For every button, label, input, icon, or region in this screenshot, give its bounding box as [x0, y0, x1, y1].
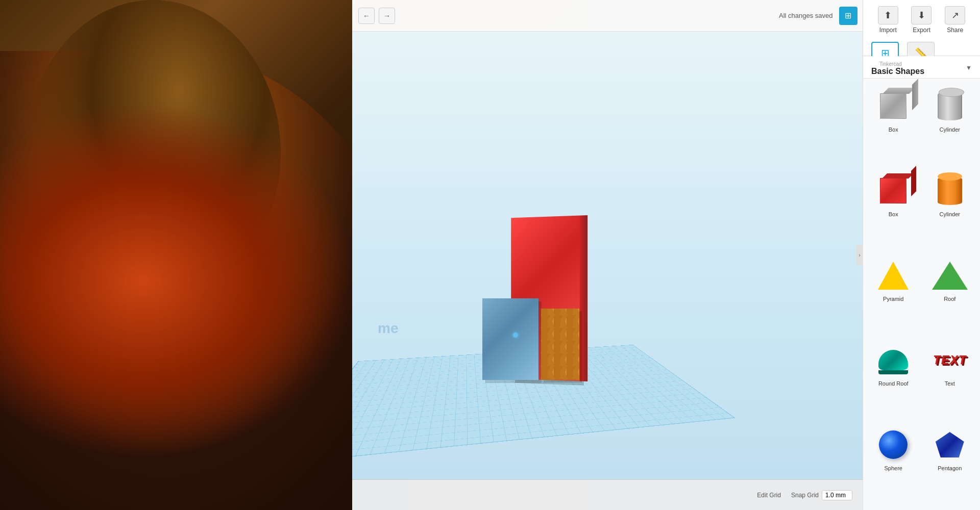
shape-text[interactable]: TEXT Text	[924, 339, 976, 419]
shape-preview-round-roof	[875, 342, 912, 378]
shape-preview-box-red	[875, 172, 912, 209]
shape-pyramid[interactable]: Pyramid	[867, 254, 920, 335]
import-label: Import	[879, 27, 897, 34]
3d-viewport[interactable]: me	[352, 32, 863, 479]
shape-label-round-roof: Round Roof	[878, 380, 909, 387]
shape-pentagon[interactable]: Pentagon	[924, 423, 976, 504]
edit-grid-label[interactable]: Edit Grid	[757, 492, 781, 499]
shape-label-roof: Roof	[944, 296, 955, 302]
panel-actions: ⬆ Import ⬇ Export ↗ Share	[863, 0, 980, 38]
cylinder-gray-visual	[938, 92, 962, 120]
shape-label-box-red: Box	[889, 211, 898, 217]
shape-label-pentagon: Pentagon	[938, 465, 962, 471]
viewport-watermark: me	[378, 320, 398, 337]
cylinder-orange-visual	[938, 176, 962, 205]
collapse-arrow-icon: ›	[859, 252, 860, 258]
export-label: Export	[913, 27, 930, 34]
top-bar-left: ← →	[358, 8, 395, 24]
shape-cylinder-orange[interactable]: Cylinder	[924, 169, 976, 250]
snap-grid-label: Snap Grid	[791, 492, 819, 499]
shape-box-red[interactable]: Box	[867, 169, 920, 250]
panel-collapse-button[interactable]: ›	[856, 245, 863, 265]
right-panel-top: ⬆ Import ⬇ Export ↗ Share ⊞ Workplane	[863, 0, 980, 56]
shape-label-text: Text	[945, 380, 955, 387]
orange-texture-box[interactable]	[541, 309, 579, 380]
shape-preview-text: TEXT	[932, 342, 968, 378]
shapes-panel-arrow[interactable]: ▼	[966, 64, 972, 71]
shape-preview-box-gray	[875, 88, 912, 124]
snap-grid-item: Snap Grid	[791, 490, 852, 500]
shape-preview-cylinder-gray	[932, 88, 968, 124]
pyramid-yellow-visual	[878, 262, 909, 290]
share-button[interactable]: ↗ Share	[945, 6, 965, 34]
shape-cylinder-gray[interactable]: Cylinder	[924, 85, 976, 165]
shape-sphere[interactable]: Sphere	[867, 423, 920, 504]
tinkercad-label: Tinkercad	[871, 59, 924, 67]
status-bar: Edit Grid Snap Grid	[352, 479, 863, 510]
shape-roof[interactable]: Roof	[924, 254, 976, 335]
shape-preview-sphere	[875, 426, 912, 463]
box-red-visual	[880, 178, 906, 203]
forward-button[interactable]: →	[379, 8, 395, 24]
shapes-panel-header: Tinkercad Basic Shapes ▼	[863, 56, 980, 79]
right-panel: › ⬆ Import ⬇ Export ↗ Share	[863, 0, 980, 510]
box-gray-visual	[880, 93, 906, 119]
edit-grid-item: Edit Grid	[757, 492, 781, 499]
shape-preview-cylinder-orange	[932, 172, 968, 209]
round-roof-teal-visual	[878, 350, 908, 370]
cursor-indicator	[513, 333, 518, 338]
shape-label-cylinder-orange: Cylinder	[940, 211, 960, 217]
shape-label-box-gray: Box	[889, 126, 898, 133]
pentagon-blue-visual	[936, 432, 964, 457]
share-icon: ↗	[945, 6, 965, 24]
shape-label-sphere: Sphere	[885, 465, 902, 471]
export-icon: ⬇	[911, 6, 932, 24]
back-button[interactable]: ←	[358, 8, 375, 24]
share-label: Share	[947, 27, 963, 34]
blue-box[interactable]	[482, 298, 538, 380]
save-status: All changes saved	[779, 12, 833, 19]
snap-grid-input[interactable]	[822, 490, 852, 500]
shape-box-gray[interactable]: Box	[867, 85, 920, 165]
shapes-grid: Box Cylinder Box Cylind	[863, 79, 980, 510]
tinkercad-branding: Tinkercad Basic Shapes	[871, 59, 924, 76]
shape-label-cylinder-gray: Cylinder	[940, 126, 960, 133]
export-button[interactable]: ⬇ Export	[911, 6, 932, 34]
import-button[interactable]: ⬆ Import	[878, 6, 898, 34]
sphere-blue-visual	[879, 430, 908, 459]
roof-green-visual	[932, 262, 968, 290]
grid-icon: ⊞	[845, 11, 851, 20]
text-3d-visual: TEXT	[933, 353, 966, 367]
back-icon: ←	[363, 12, 370, 20]
shape-label-pyramid: Pyramid	[883, 296, 903, 302]
shape-preview-pyramid	[875, 257, 912, 294]
shape-round-roof[interactable]: Round Roof	[867, 339, 920, 419]
grid-view-button[interactable]: ⊞	[839, 7, 857, 25]
import-icon: ⬆	[878, 6, 898, 24]
shape-preview-pentagon	[932, 426, 968, 463]
shapes-panel-title: Basic Shapes	[871, 67, 924, 75]
forward-icon: →	[383, 12, 390, 20]
shape-preview-roof	[932, 257, 968, 294]
